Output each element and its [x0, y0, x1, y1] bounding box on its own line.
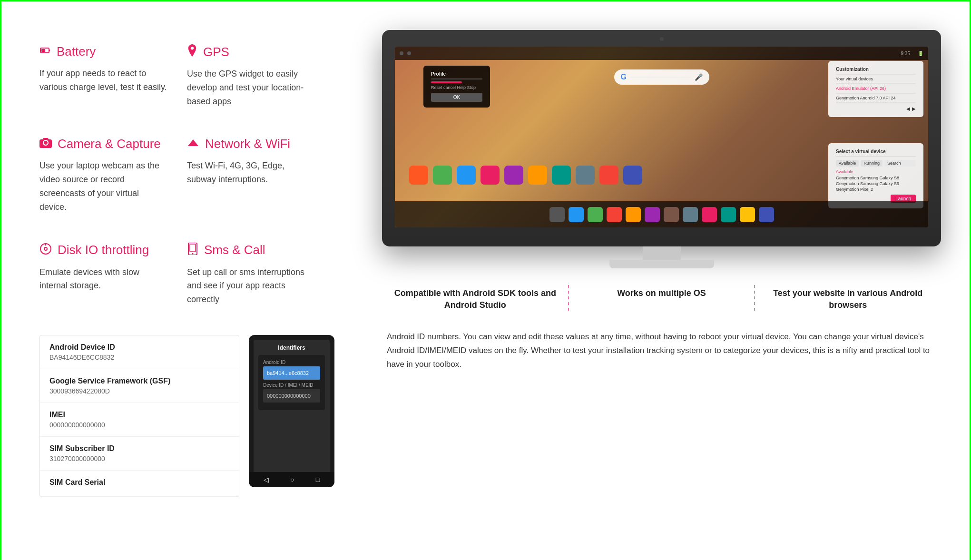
dialog-3-filter1[interactable]: Available: [836, 160, 859, 167]
phone-screen-title: Identifiers: [258, 344, 325, 351]
app-icon-8[interactable]: [576, 166, 595, 185]
sms-title: Sms & Call: [204, 243, 265, 257]
phone-home-btn[interactable]: ○: [290, 476, 294, 483]
dialog-1-button[interactable]: OK: [431, 93, 482, 102]
phone-inner: Identifiers Android ID ba9414...e6c8832 …: [254, 340, 330, 482]
taskbar-time: 9:35: [901, 51, 910, 56]
dock-icon-9[interactable]: [702, 207, 717, 222]
dialog-3-line: [836, 156, 916, 157]
battery-icon: [39, 45, 51, 59]
dock-icon-10[interactable]: [721, 207, 736, 222]
device-row-imei: IMEI 000000000000000: [40, 403, 239, 437]
dialog-3-item2: Genymotion Samsung Galaxy S9: [836, 181, 916, 186]
taskbar-dot-2: [407, 51, 411, 55]
stat-android-sdk: Compatible with Android SDK tools and An…: [382, 283, 569, 316]
phone-nav-bar: ◁ ○ □: [249, 472, 334, 487]
app-icon-3[interactable]: [457, 166, 476, 185]
dialog-2-line2: [836, 83, 916, 84]
camera-desc: Use your laptop webcam as the video sour…: [39, 159, 168, 214]
dialog-2-title: Customization: [836, 67, 916, 72]
app-icon-9[interactable]: [599, 166, 618, 185]
dialog-2-line3: [836, 93, 916, 94]
dock-icon-5[interactable]: [626, 207, 641, 222]
dock-icon-7[interactable]: [664, 207, 679, 222]
svg-point-6: [45, 248, 47, 250]
dialog-1-text: Reset cancel Help Stop: [431, 85, 482, 90]
gsf-label: Google Service Framework (GSF): [49, 377, 229, 385]
feature-battery-title: Battery: [39, 44, 168, 59]
imei-label: IMEI: [49, 411, 229, 419]
dock-icon-3[interactable]: [588, 207, 603, 222]
svg-rect-1: [49, 49, 50, 51]
gps-icon: [187, 44, 197, 59]
device-list: Android Device ID BA94146DE6CC8832 Googl…: [39, 335, 239, 497]
phone-back-btn[interactable]: ◁: [264, 476, 269, 483]
taskbar-battery: 🔋: [918, 51, 923, 56]
right-panel: 9:35 🔋 G 🎤: [363, 20, 970, 542]
dialog-2-line4: [836, 102, 916, 103]
monitor-camera-dot: [660, 37, 664, 41]
left-panel: Battery If your app needs to react to va…: [1, 20, 363, 542]
stat-multi-os-text: Works on multiple OS: [578, 287, 745, 299]
dock-icon-12[interactable]: [759, 207, 774, 222]
disk-desc: Emulate devices with slow internal stora…: [39, 265, 168, 293]
app-icon-7[interactable]: [552, 166, 571, 185]
app-icon-5[interactable]: [504, 166, 523, 185]
dialog-2-prev[interactable]: ◀: [906, 106, 910, 111]
disk-icon: [39, 243, 52, 258]
dialog-3-available-header: Available: [836, 169, 916, 174]
camera-icon: [39, 138, 52, 151]
android-dock: [395, 201, 928, 227]
sms-desc: Set up call or sms interruptions and see…: [187, 265, 315, 306]
monitor-stand-base: [609, 260, 714, 268]
phone-field2-value: 000000000000000: [263, 389, 320, 403]
dialog-3-search[interactable]: Search: [884, 160, 916, 167]
phone-recents-btn[interactable]: □: [316, 476, 320, 483]
sim-id-label: SIM Subscriber ID: [49, 444, 229, 453]
phone-field1-label: Android ID: [263, 360, 320, 365]
dock-icon-6[interactable]: [645, 207, 660, 222]
feature-network: Network & WiFi Test Wi-Fi, 4G, 3G, Edge,…: [187, 122, 334, 228]
monitor-stand-neck: [643, 246, 681, 260]
dock-icon-8[interactable]: [683, 207, 698, 222]
app-icon-1[interactable]: [409, 166, 428, 185]
device-row-sim-serial: SIM Card Serial: [40, 471, 239, 497]
dialog-2-next[interactable]: ▶: [912, 106, 916, 111]
dialog-1-bar: [431, 81, 462, 83]
svg-point-10: [192, 253, 194, 254]
search-divider: [630, 77, 691, 78]
gps-desc: Use the GPS widget to easily develop and…: [187, 67, 315, 108]
dock-icon-11[interactable]: [740, 207, 755, 222]
description-text: Android ID numbers. You can view and edi…: [387, 330, 936, 372]
device-row-android-id: Android Device ID BA94146DE6CC8832: [40, 335, 239, 369]
app-icon-6[interactable]: [528, 166, 547, 185]
google-logo: G: [621, 73, 627, 81]
android-ui: 9:35 🔋 G 🎤: [395, 47, 928, 227]
dialog-3-title: Select a virtual device: [836, 149, 916, 154]
mic-icon: 🎤: [695, 73, 703, 81]
sim-serial-label: SIM Card Serial: [49, 478, 229, 487]
dock-icon-4[interactable]: [607, 207, 622, 222]
app-icon-10[interactable]: [623, 166, 642, 185]
android-id-value: BA94146DE6CC8832: [49, 354, 229, 361]
device-row-gsf: Google Service Framework (GSF) 300093669…: [40, 369, 239, 403]
dock-icon-1[interactable]: [549, 207, 565, 222]
google-search-bar[interactable]: G 🎤: [614, 69, 709, 85]
feature-sms-title: Sms & Call: [187, 243, 315, 258]
dialog-3-filter2[interactable]: Running: [861, 160, 883, 167]
dock-icon-2[interactable]: [569, 207, 584, 222]
phone-screen-content: Android ID ba9414...e6c8832 Device ID / …: [258, 355, 325, 410]
dialog-box-3: Select a virtual device Available Runnin…: [828, 143, 923, 208]
android-taskbar: 9:35 🔋: [395, 47, 928, 60]
feature-disk-title: Disk IO throttling: [39, 243, 168, 258]
stat-android-sdk-text: Compatible with Android SDK tools and An…: [392, 287, 559, 311]
stat-multi-os: Works on multiple OS: [569, 283, 755, 316]
feature-disk: Disk IO throttling Emulate devices with …: [39, 228, 187, 321]
battery-title: Battery: [57, 44, 96, 59]
stat-browsers: Test your website in various Android bro…: [755, 283, 941, 316]
dialog-2-subtitle: Your virtual devices: [836, 77, 916, 81]
network-icon: [187, 138, 199, 151]
app-icon-2[interactable]: [433, 166, 452, 185]
stats-row: Compatible with Android SDK tools and An…: [382, 283, 941, 316]
app-icon-4[interactable]: [481, 166, 500, 185]
